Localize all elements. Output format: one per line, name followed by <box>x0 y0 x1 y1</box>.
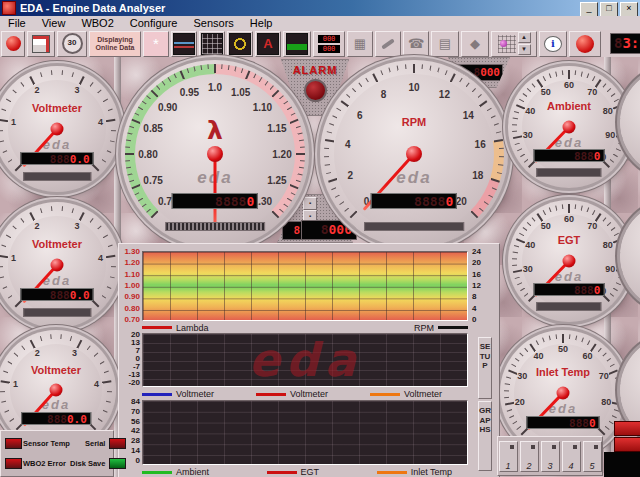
snowflake-button[interactable]: * <box>143 31 169 57</box>
gauge-lcd-display: 8880.0 <box>20 152 93 165</box>
alarm-lamp <box>304 79 327 102</box>
gauge-lcd-display: 88880 <box>371 193 457 209</box>
menu-view[interactable]: View <box>34 17 74 29</box>
spin-down-button[interactable]: ▼ <box>518 44 531 55</box>
gauge-title: Inlet Temp <box>536 366 590 378</box>
legend-label: Voltmeter <box>176 389 214 399</box>
page-button-5[interactable]: 5 <box>583 441 602 472</box>
graph-screen-button[interactable] <box>171 31 197 57</box>
needle-hub <box>406 146 422 162</box>
menu-wbo2[interactable]: WBO2 <box>73 17 121 29</box>
online-status-label: Displaying Online Data <box>90 36 140 52</box>
gauge-scale-label: 2 <box>35 221 40 231</box>
gauge-scale-label: 50 <box>541 87 551 97</box>
phone-button[interactable]: ☎ <box>403 31 429 57</box>
wbo2-error-label: WBO2 Error <box>23 459 70 468</box>
center-spin-up-button[interactable]: ▪ <box>303 197 317 210</box>
magnifier-icon: 30 <box>62 33 83 54</box>
gauge-scale-label: 12 <box>439 89 450 100</box>
legend-item: Ambient <box>142 467 209 477</box>
legend-item: Inlet Temp <box>377 467 452 477</box>
axis-tick: 0.80 <box>119 305 140 313</box>
gauge-scale-label: 4 <box>345 138 351 149</box>
online-data-status-button[interactable]: Displaying Online Data <box>89 31 141 57</box>
page-button-1[interactable]: 1 <box>499 441 518 472</box>
sensor-temp-led <box>5 438 22 449</box>
grid-icon <box>201 33 223 55</box>
stop-button[interactable] <box>1 31 25 57</box>
chip-button[interactable]: ▦ <box>347 31 373 57</box>
grid-screen-button[interactable] <box>199 31 225 57</box>
export-button[interactable]: ◆ <box>461 31 489 57</box>
page-button-4[interactable]: 4 <box>562 441 581 472</box>
setup-button[interactable]: SETUP <box>478 337 492 399</box>
gauge-scale-label: 1 <box>11 117 16 127</box>
alarm-screen-button[interactable]: A <box>255 31 281 57</box>
printer-icon: ▤ <box>439 37 451 50</box>
gauge-scale-label: 60 <box>582 351 592 361</box>
close-button[interactable]: × <box>620 2 638 17</box>
counter-top-display: 000 <box>318 35 340 43</box>
dial-screen-button[interactable] <box>227 31 253 57</box>
info-button[interactable]: i <box>539 31 567 57</box>
zoom-grid-button[interactable]: ▲ ▼ <box>491 31 537 57</box>
gauge-bar <box>536 168 601 177</box>
log-files-button[interactable] <box>27 31 55 57</box>
graphs-button[interactable]: GRAPHS <box>478 401 492 471</box>
gauge-scale-label: 1.10 <box>253 101 272 112</box>
axis-tick: 56 <box>121 418 140 426</box>
wbo2-error-led <box>5 458 22 469</box>
gauge-scale-label: 70 <box>587 221 597 231</box>
spin-up-button[interactable]: ▲ <box>518 32 531 43</box>
gauge-scale-label: 6 <box>357 109 363 120</box>
menu-file[interactable]: File <box>0 17 34 29</box>
menu-help[interactable]: Help <box>242 17 281 29</box>
line-graph-icon <box>173 33 195 55</box>
partial-gauge-2 <box>620 201 640 311</box>
gauge-scale-label: 8 <box>381 89 387 100</box>
zoom-interval-button[interactable]: 30 <box>57 31 87 57</box>
menu-sensors[interactable]: Sensors <box>186 17 242 29</box>
diamond-arrow-icon: ◆ <box>470 37 480 50</box>
gauge-scale-label: 1 <box>13 379 18 389</box>
gauge-scale-label: 20 <box>515 397 525 407</box>
axis-tick: -20 <box>121 379 140 387</box>
gauge-bar <box>165 222 265 231</box>
legend-item: Voltmeter <box>142 389 214 399</box>
wrench-button[interactable] <box>375 31 401 57</box>
legend-swatch <box>370 393 400 396</box>
minimize-button[interactable]: _ <box>580 2 598 17</box>
counters-button[interactable]: 000 000 <box>313 31 345 57</box>
gauge-scale-label: 4 <box>94 379 99 389</box>
axis-tick: 0.90 <box>119 293 140 301</box>
gauge-scale-label: 1.0 <box>208 82 222 93</box>
voltmeter-chart-plot: eda <box>142 333 468 387</box>
digital-screen-button[interactable] <box>283 31 311 57</box>
print-button[interactable]: ▤ <box>431 31 459 57</box>
red-circle-icon <box>6 36 21 51</box>
legend-swatch <box>142 326 172 329</box>
legend-item: Lambda <box>142 323 209 333</box>
maximize-button[interactable]: □ <box>600 2 618 17</box>
eda-logo: eda <box>396 168 431 188</box>
legend-label: EGT <box>301 467 320 477</box>
page-button-2[interactable]: 2 <box>520 441 539 472</box>
record-button[interactable] <box>569 31 601 57</box>
axis-tick: 1.20 <box>119 259 140 267</box>
menu-configure[interactable]: Configure <box>122 17 186 29</box>
legend-label: Ambient <box>176 467 209 477</box>
gauge-bar <box>23 172 91 181</box>
clock-display: 83:53:52 <box>610 33 640 54</box>
wand-grid-icon <box>498 35 516 53</box>
legend-label: Inlet Temp <box>411 467 452 477</box>
axis-tick: 1.10 <box>119 271 140 279</box>
serial-label: Serial <box>70 439 107 448</box>
right-red-display-bottom <box>614 437 640 452</box>
needle-hub <box>51 123 64 136</box>
gauge-scale-label: 4 <box>98 253 103 263</box>
record-icon <box>576 35 594 53</box>
gauge-scale-label: 2 <box>35 348 40 358</box>
page-button-3[interactable]: 3 <box>541 441 560 472</box>
digital-display-icon <box>286 33 308 55</box>
gauge-scale-label: 70 <box>587 87 597 97</box>
